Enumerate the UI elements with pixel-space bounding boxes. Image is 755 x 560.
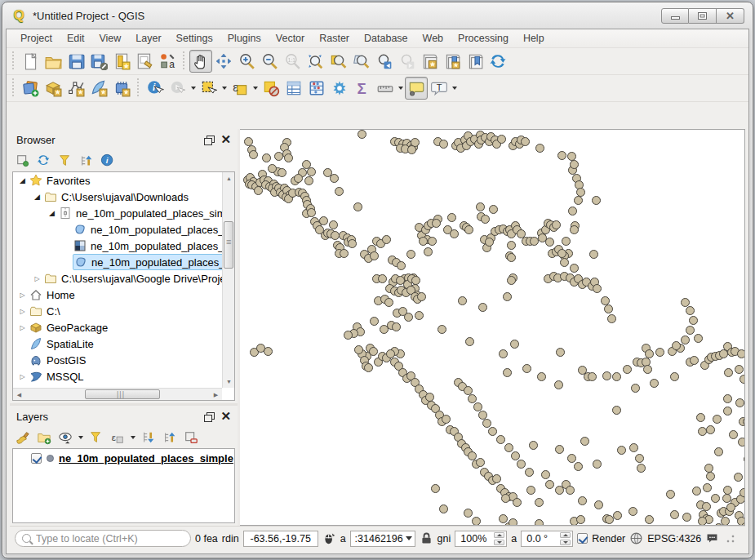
expander-collapsed-icon[interactable]: ▷ (18, 373, 27, 380)
expander-expanded-icon[interactable]: ◢ (47, 209, 56, 217)
new-print-layout-button[interactable] (110, 50, 133, 73)
run-feature-action-button[interactable] (167, 77, 189, 100)
spin-down-icon[interactable] (560, 540, 571, 545)
zoom-full-button[interactable] (304, 50, 326, 73)
render-toggle[interactable]: Render (577, 533, 625, 544)
menu-project[interactable]: Project (13, 30, 60, 47)
filter-expression-dropdown[interactable] (129, 426, 137, 449)
pan-to-selection-button[interactable] (212, 50, 235, 73)
select-by-expression-dropdown[interactable] (251, 77, 260, 100)
zoom-last-button[interactable] (372, 50, 395, 73)
new-shapefile-layer-button[interactable] (64, 77, 87, 100)
crs-globe-icon[interactable] (629, 531, 643, 545)
locator-box[interactable] (15, 530, 191, 547)
save-project-as-button[interactable] (87, 50, 110, 73)
scroll-right-icon[interactable]: ▶ (210, 389, 222, 401)
close-panel-icon[interactable]: ✕ (220, 411, 231, 421)
expander-expanded-icon[interactable]: ◢ (18, 176, 27, 184)
browser-item-ne-10m-populated-places-[interactable]: ne_10m_populated_places_ (13, 238, 222, 254)
browser-item-c-users-ujaval-downloads[interactable]: ◢C:\Users\ujaval\Downloads (13, 189, 222, 205)
bookmarks-panel-button[interactable] (464, 50, 486, 73)
pan-map-button[interactable] (189, 50, 212, 73)
properties-info-button[interactable]: i (98, 151, 118, 171)
browser-item-favorites[interactable]: ◢Favorites (13, 172, 222, 189)
spin-up-icon[interactable] (560, 532, 571, 538)
select-features-button[interactable] (198, 77, 220, 100)
select-features-dropdown[interactable] (220, 77, 229, 100)
rotation-spinbox[interactable]: 0.0 ° (521, 531, 573, 547)
filter-expression-button[interactable]: ε (108, 428, 127, 447)
browser-item-mssql[interactable]: ▷MSSQL (13, 368, 222, 384)
expander-collapsed-icon[interactable]: ▷ (33, 275, 42, 282)
resize-grip[interactable] (725, 533, 735, 544)
menu-processing[interactable]: Processing (451, 30, 516, 47)
layer-row[interactable]: ne_10m_populated_places_simple (13, 449, 234, 467)
float-panel-icon[interactable] (204, 412, 214, 421)
browser-item-c-[interactable]: ▷C:\ (13, 303, 222, 319)
layer-visibility-checkbox[interactable] (31, 453, 42, 464)
title-bar[interactable]: Q *Untitled Project - QGIS ✕ (2, 2, 753, 29)
zoom-next-button[interactable] (395, 50, 418, 73)
lock-scale-icon[interactable] (420, 531, 433, 545)
toolbar-drag-handle[interactable] (11, 78, 16, 98)
minimize-button[interactable] (661, 8, 689, 24)
refresh-browser-button[interactable] (34, 151, 54, 171)
browser-item-postgis[interactable]: PostGIS (13, 352, 222, 368)
style-manager-button[interactable]: a (156, 50, 179, 73)
browser-item-spatialite[interactable]: SpatiaLite (13, 336, 222, 352)
measure-line-dropdown[interactable] (397, 77, 405, 100)
text-annotation-button[interactable]: T (428, 77, 451, 100)
zoom-out-button[interactable] (258, 50, 281, 73)
statistical-summary-button[interactable]: Σ (351, 77, 374, 100)
menu-plugins[interactable]: Plugins (220, 30, 269, 47)
remove-layer-button[interactable] (181, 428, 201, 447)
browser-item-ne-10m-populated-places-sim[interactable]: ◢ne_10m_populated_places_sim (13, 205, 222, 221)
spin-up-icon[interactable] (494, 532, 504, 538)
menu-help[interactable]: Help (516, 30, 552, 47)
expander-collapsed-icon[interactable]: ▷ (18, 308, 27, 315)
menu-database[interactable]: Database (357, 30, 415, 47)
run-feature-action-dropdown[interactable] (189, 77, 198, 100)
extent-tracking-icon[interactable] (322, 531, 336, 545)
crs-status[interactable]: EPSG:4326 (647, 533, 701, 544)
zoom-native-button[interactable]: 1:1 (281, 50, 304, 73)
scale-combobox[interactable]: :31462196 (350, 531, 415, 547)
new-geopackage-layer-button[interactable] (42, 77, 64, 100)
expand-all-button[interactable] (139, 428, 158, 447)
measure-line-button[interactable] (374, 77, 397, 100)
new-project-button[interactable] (19, 50, 42, 73)
map-canvas[interactable] (240, 129, 745, 526)
new-spatialite-layer-button[interactable] (87, 77, 110, 100)
browser-item-c-users-ujaval-google-drive-proje[interactable]: ▷C:\Users\ujaval\Google Drive\Proje (13, 270, 222, 287)
add-selected-layers-button[interactable] (13, 151, 33, 171)
spin-down-icon[interactable] (494, 540, 504, 545)
manage-themes-dropdown[interactable] (77, 426, 85, 449)
menu-vector[interactable]: Vector (269, 30, 312, 47)
magnifier-spinbox[interactable]: 100% (455, 531, 507, 547)
menu-edit[interactable]: Edit (60, 30, 92, 47)
zoom-to-layer-button[interactable] (349, 50, 372, 73)
browser-item-home[interactable]: ▷Home (13, 287, 222, 303)
menu-web[interactable]: Web (415, 30, 451, 47)
browser-item-geopackage[interactable]: ▷GeoPackage (13, 319, 222, 336)
manage-themes-button[interactable] (56, 428, 75, 447)
menu-settings[interactable]: Settings (169, 30, 220, 47)
menu-raster[interactable]: Raster (312, 30, 357, 47)
save-project-button[interactable] (64, 50, 87, 73)
browser-item-ne-10m-populated-places-[interactable]: ne_10m_populated_places_ (13, 221, 222, 238)
filter-legend-button[interactable] (87, 428, 106, 447)
close-button[interactable]: ✕ (717, 8, 744, 24)
scroll-thumb[interactable] (85, 389, 160, 399)
data-source-manager-button[interactable] (19, 77, 42, 100)
identify-features-button[interactable]: i (144, 77, 167, 100)
toolbar-drag-handle[interactable] (182, 51, 186, 71)
zoom-to-selection-button[interactable] (326, 50, 349, 73)
collapse-all-layers-button[interactable] (160, 428, 180, 447)
show-layout-manager-button[interactable] (133, 50, 156, 73)
browser-horizontal-scrollbar[interactable]: ◀ ▶ (13, 388, 222, 400)
scroll-down-icon[interactable]: ▼ (223, 376, 235, 388)
field-calculator-button[interactable] (305, 77, 328, 100)
coordinate-field[interactable]: -63.56,-19.75 (243, 531, 318, 547)
expander-collapsed-icon[interactable]: ▷ (18, 291, 27, 299)
toolbar-drag-handle[interactable] (11, 51, 16, 71)
